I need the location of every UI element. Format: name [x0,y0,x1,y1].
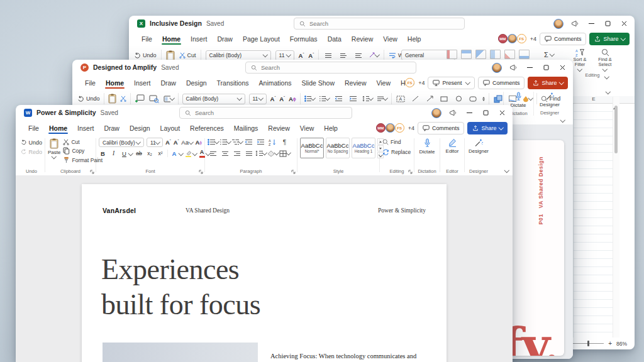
feedback-megaphone-icon[interactable] [567,16,583,31]
avatar-fs[interactable]: FS [517,34,526,43]
formula-bar-expand-chevron[interactable] [605,89,610,94]
ppt-tab-view[interactable]: View [371,75,396,90]
conditional-formatting-icon[interactable] [447,50,457,59]
align-middle-icon[interactable] [338,51,349,60]
align-left-icon[interactable] [208,149,218,158]
slide-layout-button[interactable] [164,94,174,103]
autosum-button[interactable]: Σ [544,51,553,58]
excel-tab-data[interactable]: Data [323,31,347,46]
ppt-tab-insert[interactable]: Insert [129,75,155,90]
word-tab-layout[interactable]: Layout [155,121,186,135]
shrink-font-button[interactable]: Aˇ [279,96,285,102]
arrange-button[interactable] [493,94,504,103]
word-search-input[interactable]: Search [179,107,352,119]
font-size-select[interactable]: 11 [249,94,267,104]
style-no-spacing[interactable]: AaBbCcNo Spacing [326,138,350,158]
zoom-slider[interactable] [569,340,604,347]
feedback-megaphone-icon[interactable] [505,60,521,75]
shape-arrow-icon[interactable] [425,94,435,103]
delete-cells-icon[interactable] [504,50,515,59]
bullets-button[interactable] [208,138,218,146]
present-button[interactable]: Present [428,77,475,89]
editing-dialog-launcher[interactable] [408,170,413,174]
share-button[interactable]: Share [528,77,568,89]
avatar-photo[interactable] [386,123,395,133]
text-direction-button[interactable] [377,94,387,103]
paragraph-dialog-launcher[interactable] [291,170,296,174]
decrease-indent-icon[interactable] [243,138,254,146]
text-box-icon[interactable]: A [396,94,406,103]
new-slide-button[interactable] [135,94,145,103]
word-tab-references[interactable]: References [185,121,229,135]
word-page[interactable]: VanArsdel VA Shared Design Power & Simpl… [82,184,447,362]
word-tab-review[interactable]: Review [263,121,294,135]
excel-tab-formulas[interactable]: Formulas [285,31,323,46]
sort-button[interactable]: AZ [267,138,278,146]
line-spacing-button[interactable] [255,149,266,158]
excel-tab-view[interactable]: View [378,31,402,46]
avatar-mm[interactable]: MM [498,34,508,43]
avatar-mm[interactable]: MM [376,123,386,133]
excel-tab-review[interactable]: Review [347,31,378,46]
grow-font-button[interactable]: Aˆ [299,52,304,59]
change-case-button[interactable]: Aa [181,139,192,146]
increase-indent-icon[interactable] [348,94,358,103]
borders-button[interactable] [279,149,290,158]
multilevel-list-button[interactable] [231,138,242,146]
maximize-button[interactable] [599,16,616,31]
excel-tab-insert[interactable]: Insert [186,31,212,46]
font-size-select[interactable]: 11 [147,138,163,147]
excel-tab-draw[interactable]: Draw [212,31,238,46]
clear-formatting-button[interactable]: Aϕ [195,139,202,146]
shrink-font-button[interactable]: Aˇ [308,52,314,59]
comments-button[interactable]: Comments [540,33,587,45]
redo-button[interactable]: Redo [21,148,42,155]
reuse-slides-button[interactable] [149,94,160,103]
dictate-button[interactable]: Dictate [511,92,526,108]
italic-button[interactable]: I [109,150,118,156]
find-button[interactable]: Find [382,139,411,145]
shape-line-icon[interactable] [410,94,421,103]
replace-button[interactable]: Replace [382,149,411,155]
user-avatar[interactable] [428,105,445,121]
editor-button[interactable]: Editor [446,138,459,154]
paste-button[interactable] [166,50,175,61]
clear-formatting-button[interactable]: Aϕ [289,96,296,102]
shrink-font-button[interactable]: Aˇ [174,139,179,146]
scrollbar-thumb[interactable] [614,106,618,153]
share-button[interactable]: Share [467,122,508,134]
style-normal[interactable]: AaBbCcNormal* [300,138,324,158]
close-button[interactable] [554,60,570,75]
feedback-megaphone-icon[interactable] [445,105,461,121]
cut-icon[interactable] [120,96,126,102]
numbering-button[interactable] [319,94,330,103]
clipboard-dialog-launcher[interactable] [90,170,94,174]
superscript-button[interactable]: x² [157,150,165,156]
word-tab-design[interactable]: Design [125,121,155,135]
shading-button[interactable] [267,149,278,158]
bullets-button[interactable] [304,94,315,103]
ppt-tab-home[interactable]: Home [101,75,129,90]
undo-button[interactable]: Undo [77,96,100,102]
underline-button[interactable]: U [120,150,128,157]
grow-font-button[interactable]: Aˆ [270,96,276,102]
designer-button[interactable]: Designer [540,92,560,107]
comments-button[interactable]: Comments [418,122,465,134]
minimize-button[interactable] [521,60,538,75]
close-button[interactable] [616,16,632,31]
minimize-button[interactable] [583,16,599,31]
dictate-button[interactable]: Dictate [419,138,435,155]
format-cells-icon[interactable] [519,50,530,59]
shape-rounded-rect-icon[interactable] [468,94,479,103]
excel-tab-file[interactable]: File [136,31,157,46]
bold-button[interactable]: B [99,150,107,157]
excel-tab-help[interactable]: Help [402,31,426,46]
align-center-icon[interactable] [219,149,230,158]
more-avatars[interactable]: +4 [408,125,414,131]
zoom-slider-handle[interactable] [587,341,589,346]
font-dialog-launcher[interactable] [199,170,203,174]
orientation-icon[interactable] [369,51,379,60]
align-top-icon[interactable] [323,51,334,60]
maximize-button[interactable] [477,105,494,121]
ppt-tab-file[interactable]: File [80,75,101,90]
